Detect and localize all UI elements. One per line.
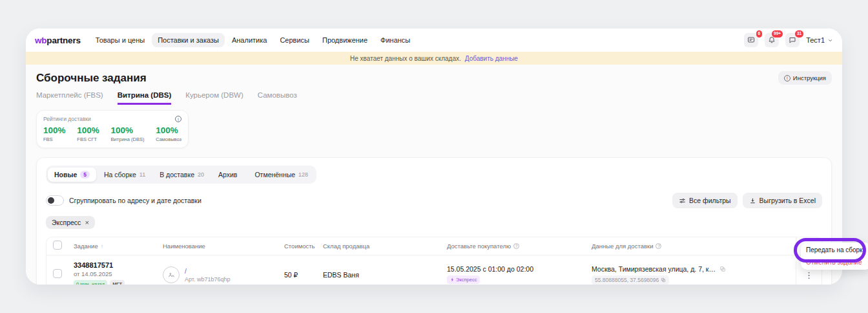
ratings-title: Рейтинги доставки bbox=[43, 116, 91, 122]
product-link[interactable]: / bbox=[185, 268, 230, 275]
group-by-address-toggle[interactable]: Сгруппировать по адресу и дате доставки bbox=[46, 195, 202, 206]
menu-item-cancel-task[interactable]: Отменить задание bbox=[806, 259, 866, 266]
rating-label: FBS bbox=[43, 136, 66, 142]
reviews-button[interactable]: 6 bbox=[744, 33, 758, 47]
wbpartners-logo[interactable]: wbpartners bbox=[35, 36, 81, 45]
task-id[interactable]: 3348817571 bbox=[74, 261, 158, 269]
coordinates-chip[interactable]: 55.80888055, 37.5698096 bbox=[592, 275, 669, 285]
status-tab-label: На сборке bbox=[104, 171, 136, 178]
chip-label: Экспресс bbox=[52, 219, 81, 226]
col-task[interactable]: Задание bbox=[74, 243, 98, 250]
help-icon[interactable]: ? bbox=[656, 243, 661, 249]
col-deliver: Доставьте покупателю bbox=[447, 243, 511, 250]
logo-wb: wb bbox=[35, 36, 46, 45]
info-icon: i bbox=[784, 75, 790, 81]
user-name: Тест1 bbox=[806, 36, 825, 44]
rating-value: 100% bbox=[43, 125, 66, 135]
status-tab-count: 20 bbox=[198, 171, 204, 178]
nav-item-supplies-orders[interactable]: Поставки и заказы bbox=[152, 33, 225, 47]
status-tabs: Новые 5 На сборке 11 В доставке 20 Архив bbox=[46, 166, 316, 184]
tasks-card: Новые 5 На сборке 11 В доставке 20 Архив bbox=[36, 157, 832, 285]
tab-courier-dbw[interactable]: Курьером (DBW) bbox=[185, 91, 243, 105]
task-date: от 14.05.2025 bbox=[74, 270, 158, 277]
help-icon[interactable]: ? bbox=[513, 243, 519, 249]
delivery-model-tabs: Маркетплейс (FBS) Витрина (DBS) Курьером… bbox=[36, 91, 832, 105]
nav-item-goods-prices[interactable]: Товары и цены bbox=[90, 33, 150, 47]
warehouse-warning-banner: Не хватает данных о ваших складах. Добав… bbox=[26, 52, 842, 65]
chevron-down-icon bbox=[827, 38, 833, 43]
rating-label: Самовывоз bbox=[156, 136, 181, 142]
banner-text: Не хватает данных о ваших складах. bbox=[350, 55, 461, 62]
product-cell: / Арт. wb71b76qhp bbox=[163, 266, 284, 283]
toggle-knob bbox=[48, 197, 54, 204]
toggle-track[interactable] bbox=[46, 195, 64, 206]
nav-item-finance[interactable]: Финансы bbox=[375, 33, 416, 47]
chat-icon bbox=[789, 36, 796, 44]
reviews-badge: 6 bbox=[756, 30, 763, 38]
row-checkbox[interactable] bbox=[53, 269, 62, 278]
reviews-icon bbox=[747, 36, 755, 44]
instruction-button[interactable]: i Инструкция bbox=[778, 71, 832, 85]
status-tab-archive[interactable]: Архив bbox=[212, 167, 247, 182]
tab-pickup[interactable]: Самовывоз bbox=[258, 91, 297, 105]
task-cell: 3348817571 от 14.05.2025 0 мин. назад МГ… bbox=[74, 261, 163, 285]
col-delivery-data: Данные для доставки bbox=[592, 243, 653, 250]
rating-label: Витрина (DBS) bbox=[111, 136, 145, 142]
status-tab-delivering[interactable]: В доставке 20 bbox=[153, 167, 211, 182]
table-row[interactable]: 3348817571 от 14.05.2025 0 мин. назад МГ… bbox=[46, 255, 822, 285]
menu-item-transfer-to-assembly[interactable]: Передать на сборку bbox=[806, 246, 866, 254]
top-nav: wbpartners Товары и цены Поставки и зака… bbox=[26, 28, 842, 52]
export-excel-label: Выгрузить в Excel bbox=[760, 197, 816, 204]
notifications-button[interactable]: 99+ bbox=[765, 33, 779, 47]
table-header-row: Задание↑ Наименование Стоимость Склад пр… bbox=[46, 237, 822, 255]
all-filters-label: Все фильтры bbox=[689, 197, 731, 204]
all-filters-button[interactable]: Все фильтры bbox=[672, 193, 738, 208]
kebab-menu-icon[interactable]: ⋮ bbox=[805, 270, 813, 280]
status-tab-label: Новые bbox=[54, 171, 77, 178]
rating-value: 100% bbox=[77, 125, 99, 135]
nav-item-promotion[interactable]: Продвижение bbox=[316, 33, 373, 47]
status-tab-count: 11 bbox=[140, 171, 145, 178]
instruction-label: Инструкция bbox=[793, 74, 826, 81]
chat-badge: 31 bbox=[794, 30, 804, 38]
image-icon bbox=[167, 271, 176, 279]
filter-chip-express[interactable]: Экспресс × bbox=[46, 216, 95, 229]
select-all-checkbox[interactable] bbox=[53, 241, 62, 250]
product-photo-placeholder bbox=[163, 266, 180, 283]
main-menu: Товары и цены Поставки и заказы Аналитик… bbox=[90, 33, 735, 47]
tab-vitrina-dbs[interactable]: Витрина (DBS) bbox=[118, 91, 172, 105]
rating-label: FBS СГТ bbox=[77, 136, 99, 142]
copy-icon[interactable] bbox=[719, 266, 726, 272]
user-menu[interactable]: Тест1 bbox=[806, 36, 833, 44]
app-window: wbpartners Товары и цены Поставки и зака… bbox=[26, 28, 842, 285]
page-content: Сборочные задания i Инструкция Маркетпле… bbox=[26, 65, 842, 285]
status-tab-cancelled[interactable]: Отменённые 128 bbox=[248, 167, 315, 182]
product-article: Арт. wb71b76qhp bbox=[185, 276, 230, 283]
nav-right: 6 99+ 31 Тест1 bbox=[744, 33, 833, 47]
nav-item-services[interactable]: Сервисы bbox=[274, 33, 315, 47]
chat-button[interactable]: 31 bbox=[785, 33, 800, 47]
rating-value: 100% bbox=[111, 125, 145, 135]
status-tab-assembling[interactable]: На сборке 11 bbox=[98, 167, 152, 182]
toggle-label: Сгруппировать по адресу и дате доставки bbox=[69, 197, 202, 204]
status-tab-label: Отменённые bbox=[254, 171, 295, 178]
ratings-info-icon[interactable]: i bbox=[175, 116, 181, 122]
price-cell: 50 ₽ bbox=[284, 271, 323, 279]
tab-marketplace-fbs[interactable]: Маркетплейс (FBS) bbox=[36, 91, 103, 105]
col-price: Стоимость bbox=[284, 243, 323, 250]
rating-pickup: 100% Самовывоз bbox=[156, 125, 181, 142]
rating-fbs: 100% FBS bbox=[43, 125, 66, 142]
mgt-badge: МГТ bbox=[110, 280, 125, 285]
col-name: Наименование bbox=[163, 243, 284, 250]
nav-item-analytics[interactable]: Аналитика bbox=[226, 33, 273, 47]
status-tab-new[interactable]: Новые 5 bbox=[48, 167, 96, 182]
sort-icon[interactable]: ↑ bbox=[101, 243, 104, 250]
close-icon[interactable]: × bbox=[85, 219, 88, 226]
banner-add-data-link[interactable]: Добавить данные bbox=[465, 55, 518, 62]
export-excel-button[interactable]: Выгрузить в Excel bbox=[743, 193, 822, 208]
status-tab-count: 5 bbox=[80, 171, 90, 178]
row-context-menu: Передать на сборку Отменить задание bbox=[801, 243, 868, 270]
bolt-icon bbox=[450, 277, 455, 282]
notifications-badge: 99+ bbox=[771, 30, 783, 38]
rating-fbs-sgt: 100% FBS СГТ bbox=[77, 125, 99, 142]
